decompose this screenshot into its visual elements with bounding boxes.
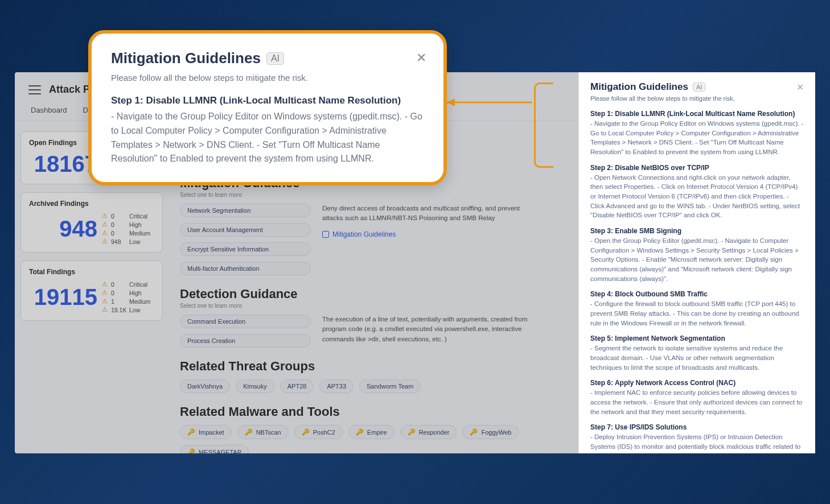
ai-badge: AI <box>266 52 284 65</box>
chip[interactable]: Sandworm Team <box>359 379 421 393</box>
warning-icon: ⚠ <box>102 298 108 305</box>
malware-tools-title: Related Malware and Tools <box>180 404 539 419</box>
document-icon <box>322 231 329 238</box>
step-title: Step 2: Disable NetBIOS over TCP/IP <box>590 164 804 172</box>
step-title: Step 6: Apply Network Access Control (NA… <box>590 379 804 387</box>
warning-icon: ⚠ <box>102 229 108 237</box>
threat-groups-title: Related Threat Groups <box>180 359 539 374</box>
callout-step-title: Step 1: Disable LLMNR (Link-Local Multic… <box>111 95 424 106</box>
step-body: - Open Network Connections and right-cli… <box>590 173 804 220</box>
callout-card: Mitigation Guidelines AI ✕ Please follow… <box>88 30 447 185</box>
step-body: - Configure the firewall to block outbou… <box>590 299 804 328</box>
key-icon: 🔑 <box>408 428 416 436</box>
callout-step-body: - Navigate to the Group Policy Editor on… <box>111 110 424 166</box>
mitigation-guidelines-link[interactable]: Mitigation Guidelines <box>322 229 539 239</box>
key-icon: 🔑 <box>187 428 195 436</box>
card-archived-findings: Archived Findings 948 ⚠0Critical⚠0High⚠0… <box>20 192 163 253</box>
callout-arrow-icon <box>447 97 538 108</box>
detection-desc: The execution of a line of text, potenti… <box>322 315 539 344</box>
step-body: - Deploy Intrusion Prevention Systems (I… <box>590 432 804 453</box>
chip[interactable]: Multi-factor Authentication <box>180 262 311 275</box>
chip[interactable]: Process Creation <box>180 334 311 348</box>
chip[interactable]: Command Execution <box>180 315 311 328</box>
warning-icon: ⚠ <box>102 306 108 313</box>
panel-subtitle: Please follow all the below steps to mit… <box>590 95 804 102</box>
chip[interactable]: 🔑PoshC2 <box>294 425 343 439</box>
card-total-findings: Total Findings 19115 ⚠0Critical⚠0High⚠1M… <box>20 261 163 321</box>
card-title: Archived Findings <box>29 200 154 208</box>
chip[interactable]: 🔑Responder <box>400 425 457 439</box>
callout-bracket <box>534 82 553 168</box>
close-icon[interactable]: ✕ <box>416 51 426 65</box>
warning-icon: ⚠ <box>102 221 108 228</box>
mitigation-desc: Deny direct access of broadcasts and mul… <box>322 204 539 224</box>
chip[interactable]: Kimsuky <box>236 379 274 393</box>
chip[interactable]: User Account Management <box>180 223 311 237</box>
chip[interactable]: 🔑MESSAGETAP <box>180 445 249 453</box>
step-body: - Navigate to the Group Policy Editor on… <box>590 119 804 157</box>
key-icon: 🔑 <box>470 428 478 436</box>
step-body: - Implement NAC to enforce security poli… <box>590 388 804 416</box>
chip[interactable]: Encrypt Sensitive Information <box>180 242 311 256</box>
mitigation-guidelines-panel: Mitigation Guidelines AI ✕ Please follow… <box>578 72 815 453</box>
card-title: Total Findings <box>29 268 154 276</box>
tab-dashboard[interactable]: Dashboard <box>31 106 67 120</box>
warning-icon: ⚠ <box>102 280 108 288</box>
chip[interactable]: 🔑Impacket <box>180 425 232 439</box>
step-title: Step 3: Enable SMB Signing <box>590 227 804 235</box>
key-icon: 🔑 <box>245 428 253 436</box>
chip[interactable]: 🔑Empire <box>348 425 395 439</box>
total-count: 19115 <box>29 284 97 310</box>
warning-icon: ⚠ <box>102 238 108 245</box>
svg-marker-1 <box>447 98 455 106</box>
key-icon: 🔑 <box>187 448 195 453</box>
callout-subtitle: Please follow all the below steps to mit… <box>111 73 424 82</box>
key-icon: 🔑 <box>302 428 310 436</box>
callout-title: Mitigation Guidelines <box>111 49 261 67</box>
archived-count: 948 <box>29 216 97 242</box>
chip[interactable]: 🔑NBTscan <box>237 425 289 439</box>
detection-guidance-title: Detection Guidance <box>180 287 539 301</box>
chip[interactable]: Network Segmentation <box>180 204 311 217</box>
step-title: Step 7: Use IPS/IDS Solutions <box>590 423 804 431</box>
warning-icon: ⚠ <box>102 289 108 296</box>
chip[interactable]: APT28 <box>280 379 314 393</box>
chip[interactable]: APT33 <box>319 379 354 393</box>
close-icon[interactable]: ✕ <box>796 82 804 93</box>
chip[interactable]: 🔑FoggyWeb <box>462 425 519 439</box>
step-title: Step 4: Block Outbound SMB Traffic <box>590 290 804 298</box>
panel-title: Mitigation Guidelines <box>590 81 688 93</box>
step-title: Step 1: Disable LLMNR (Link-Local Multic… <box>590 110 804 118</box>
step-body: - Segment the network to isolate sensiti… <box>590 344 804 372</box>
menu-icon[interactable] <box>28 85 41 94</box>
step-body: - Open the Group Policy Editor (gpedit.m… <box>590 236 804 283</box>
chip[interactable]: DarkVishnya <box>180 379 230 393</box>
step-title: Step 5: Implement Network Segmentation <box>590 334 804 342</box>
open-count: 18167 <box>29 151 97 177</box>
key-icon: 🔑 <box>356 428 364 436</box>
warning-icon: ⚠ <box>102 212 108 220</box>
ai-badge: AI <box>693 82 705 92</box>
